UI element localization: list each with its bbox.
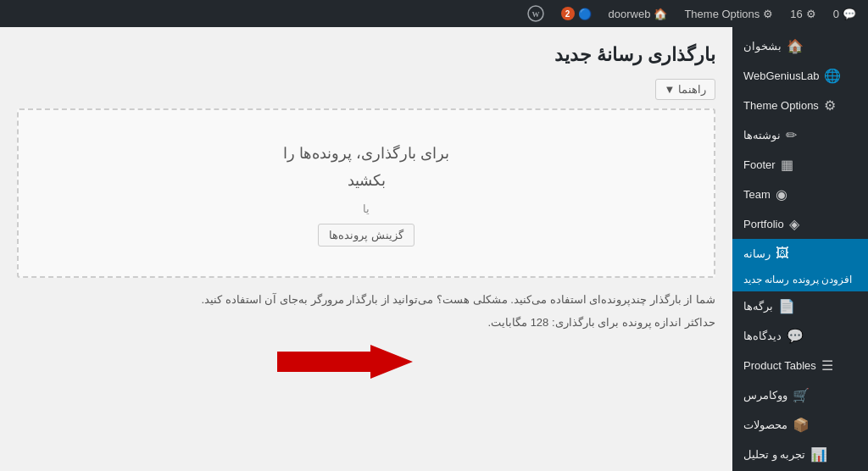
footer-icon: ▦ [781,157,793,173]
sidebar-item-footer[interactable]: ▦ Footer [732,150,868,180]
sidebar-label-add-media: افزودن پرونده رسانه جدید [743,274,852,285]
webgeniuslab-icon: 🌐 [824,68,841,84]
sidebar-item-posts[interactable]: ✏ نوشته‌ها [732,120,868,150]
sidebar-label-woocommerce: ووکامرس [743,389,787,402]
sidebar-item-theme-options[interactable]: ⚙ Theme Options [732,91,868,120]
sidebar-item-team[interactable]: ◉ Team [732,180,868,209]
comments-sidebar-icon: 💬 [787,328,804,344]
svg-marker-2 [277,345,413,379]
site-name[interactable]: doorweb 🏠 [605,8,671,20]
dashboard-icon: 🏠 [787,38,804,54]
upload-instruction: برای بارگذاری، پرونده‌ها را بکشید [283,140,449,195]
sidebar-label-comments: دیدگاه‌ها [743,330,782,342]
analytics-icon: 📊 [810,446,827,463]
comments-item[interactable]: 0 💬 [830,8,860,20]
upload-btn-bar: راهنما ▼ [17,79,715,100]
svg-text:W: W [531,10,539,19]
pages-icon: 📄 [778,298,795,314]
page-title: بارگذاری رسانهٔ جدید [17,44,715,66]
info-text-1-content: شما از بارگذار چندپرونده‌ای استفاده می‌ک… [202,293,715,306]
sidebar-label-theme-options: Theme Options [743,99,819,112]
notifications-item[interactable]: 2 🔵 [558,7,595,20]
sidebar-label-products: محصولات [743,418,787,431]
sidebar-item-woocommerce[interactable]: 🛒 ووکامرس [732,380,868,410]
sidebar-item-products[interactable]: 📦 محصولات [732,410,868,440]
sidebar-label-footer: Footer [743,158,776,171]
wp-icon: 🔵 [578,8,592,20]
upload-text-line1: برای بارگذاری، پرونده‌ها را [283,145,449,162]
theme-options-item[interactable]: Theme Options ⚙ [681,8,776,20]
sidebar-item-media[interactable]: 🖼 رسانه [732,239,868,268]
sidebar-item-comments[interactable]: 💬 دیدگاه‌ها [732,321,868,351]
back-button[interactable]: راهنما ▼ [655,79,715,100]
info-text-2: حداکثر اندازه پرونده برای بارگذاری: 128 … [17,313,715,332]
site-name-label: doorweb [609,8,651,20]
sidebar-item-analytics[interactable]: 📊 تجربه و تحلیل [732,440,868,469]
sidebar-label-product-tables: Product Tables [743,359,816,372]
comments-count: 0 [833,8,839,20]
settings-icon: ⚙ [763,8,773,20]
notification-badge: 2 [561,7,575,20]
sidebar-label-analytics: تجربه و تحلیل [743,448,805,461]
sidebar-label-portfolio: Portfolio [743,218,784,230]
sidebar-label-webgeniuslab: WebGeniusLab [743,69,819,82]
sidebar-item-product-tables[interactable]: ☰ Product Tables [732,351,868,380]
comments-icon: 💬 [843,8,856,20]
portfolio-icon: ◈ [789,216,799,232]
team-icon: ◉ [776,186,787,202]
sidebar-label-dashboard: بشخوان [743,40,782,53]
posts-icon: ✏ [786,127,797,143]
red-arrow [277,345,413,379]
upload-text-line2: بکشید [348,172,386,189]
theme-options-icon: ⚙ [824,97,836,114]
updates-icon: ⚙ [806,8,816,20]
sidebar: 🏠 بشخوان 🌐 WebGeniusLab ⚙ Theme Options … [732,27,868,471]
sidebar-label-team: Team [743,188,771,201]
home-icon: 🏠 [654,8,667,20]
sidebar-label-media: رسانه [743,247,771,260]
admin-bar: W 2 🔵 doorweb 🏠 Theme Options ⚙ 16 ⚙ 0 💬 [0,0,868,27]
main-content: بارگذاری رسانهٔ جدید راهنما ▼ برای بارگذ… [0,27,732,471]
info-text-1: شما از بارگذار چندپرونده‌ای استفاده می‌ک… [17,291,715,309]
sidebar-item-portfolio[interactable]: ◈ Portfolio [732,209,868,239]
wp-logo-icon[interactable]: W [524,5,548,22]
products-icon: 📦 [793,417,810,433]
theme-options-label: Theme Options [684,8,760,20]
upload-dropzone[interactable]: برای بارگذاری، پرونده‌ها را بکشید یا گزی… [17,108,715,278]
arrow-container [17,336,715,379]
sidebar-item-pages[interactable]: 📄 برگه‌ها [732,291,868,321]
product-tables-icon: ☰ [821,357,833,374]
select-files-button[interactable]: گزینش پرونده‌ها [318,224,415,247]
sidebar-label-posts: نوشته‌ها [743,129,781,141]
woocommerce-icon: 🛒 [793,387,810,403]
sidebar-item-dashboard[interactable]: 🏠 بشخوان [732,31,868,61]
media-icon: 🖼 [776,246,789,261]
upload-or-label: یا [363,202,370,215]
updates-count: 16 [790,8,802,20]
sidebar-item-add-media[interactable]: افزودن پرونده رسانه جدید [732,268,868,291]
sidebar-label-pages: برگه‌ها [743,300,773,313]
updates-item[interactable]: 16 ⚙ [787,8,819,20]
sidebar-item-webgeniuslab[interactable]: 🌐 WebGeniusLab [732,61,868,91]
